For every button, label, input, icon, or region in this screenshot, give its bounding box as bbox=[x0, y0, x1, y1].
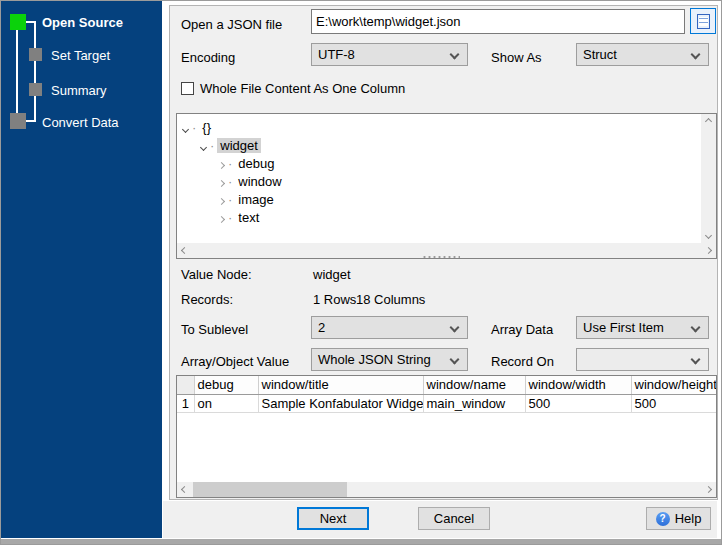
expander-collapsed-icon[interactable] bbox=[215, 174, 227, 189]
scroll-right-icon[interactable] bbox=[701, 482, 716, 497]
cancel-button[interactable]: Cancel bbox=[418, 507, 490, 530]
step-marker-convert-data bbox=[10, 113, 26, 129]
grid-row-number: 1 bbox=[177, 394, 194, 412]
array-object-value-label: Array/Object Value bbox=[181, 354, 289, 369]
value-node-label: Value Node: bbox=[181, 267, 252, 282]
record-on-label: Record On bbox=[491, 354, 554, 369]
step-connector-line bbox=[25, 120, 36, 122]
chevron-down-icon bbox=[691, 50, 701, 60]
grid-column-header[interactable]: window/title bbox=[258, 376, 423, 394]
step-marker-open-source bbox=[10, 14, 26, 30]
scroll-left-icon[interactable] bbox=[177, 482, 192, 497]
record-on-select[interactable] bbox=[576, 348, 709, 371]
tree-item-image[interactable]: image bbox=[177, 190, 700, 208]
tree-item-window[interactable]: window bbox=[177, 172, 700, 190]
show-as-label: Show As bbox=[491, 50, 542, 65]
array-object-value: Whole JSON String bbox=[318, 352, 431, 367]
dialog-button-bar: Next Cancel ? Help bbox=[163, 501, 717, 538]
array-data-value: Use First Item bbox=[583, 320, 664, 335]
step-marker-summary bbox=[29, 83, 42, 96]
grid-column-header[interactable]: window/width bbox=[525, 376, 631, 394]
grid-cell[interactable]: on bbox=[194, 394, 258, 412]
show-as-select[interactable]: Struct bbox=[576, 43, 709, 66]
tree-item-label: text bbox=[235, 210, 262, 225]
help-button[interactable]: ? Help bbox=[646, 507, 711, 530]
expander-collapsed-icon[interactable] bbox=[215, 156, 227, 171]
splitter-handle[interactable] bbox=[422, 255, 460, 259]
grid-column-header[interactable]: window/name bbox=[423, 376, 525, 394]
expander-expanded-icon[interactable] bbox=[197, 138, 209, 153]
document-icon bbox=[697, 14, 710, 29]
json-convert-wizard-window: Open Source Set Target Summary Convert D… bbox=[0, 0, 722, 545]
tree-item-label: widget bbox=[217, 138, 261, 153]
preview-grid-panel: debug window/title window/name window/wi… bbox=[176, 375, 717, 498]
array-data-select[interactable]: Use First Item bbox=[576, 316, 709, 339]
array-object-value-select[interactable]: Whole JSON String bbox=[311, 348, 468, 371]
next-button[interactable]: Next bbox=[297, 507, 369, 530]
preview-grid: debug window/title window/name window/wi… bbox=[177, 376, 717, 413]
sidebar-step-summary: Summary bbox=[51, 83, 107, 98]
tree-item-label: image bbox=[235, 192, 276, 207]
sidebar-step-open-source: Open Source bbox=[42, 15, 123, 30]
source-options-panel: Open a JSON file Encoding UTF-8 Show As … bbox=[169, 5, 718, 500]
grid-header-row: debug window/title window/name window/wi… bbox=[177, 376, 716, 394]
tree-item-label: debug bbox=[235, 156, 277, 171]
scroll-up-icon[interactable] bbox=[701, 114, 716, 129]
to-sublevel-value: 2 bbox=[318, 320, 325, 335]
step-connector-line bbox=[25, 21, 36, 23]
chevron-down-icon bbox=[450, 50, 460, 60]
tree-item-widget[interactable]: widget bbox=[177, 136, 700, 154]
grid-column-header[interactable]: window/height bbox=[631, 376, 716, 394]
tree-vertical-scrollbar[interactable] bbox=[701, 114, 716, 243]
encoding-select[interactable]: UTF-8 bbox=[311, 43, 468, 66]
grid-cell[interactable]: main_window bbox=[423, 394, 525, 412]
records-rows-value: 1 Rows bbox=[313, 292, 356, 307]
expander-expanded-icon[interactable] bbox=[179, 120, 191, 135]
tree-item-debug[interactable]: debug bbox=[177, 154, 700, 172]
chevron-down-icon bbox=[450, 323, 460, 333]
tree-item-label: window bbox=[235, 174, 284, 189]
scroll-right-icon[interactable] bbox=[701, 243, 716, 258]
grid-corner-cell bbox=[177, 376, 194, 394]
sidebar-step-set-target: Set Target bbox=[51, 48, 110, 63]
chevron-down-icon bbox=[691, 355, 701, 365]
sidebar-step-convert-data: Convert Data bbox=[42, 115, 119, 130]
step-connector-line bbox=[34, 21, 36, 121]
step-connector-line bbox=[16, 30, 18, 115]
show-as-value: Struct bbox=[583, 47, 617, 62]
value-node-value: widget bbox=[313, 267, 351, 282]
tree-item-root[interactable]: {} bbox=[177, 118, 700, 136]
scroll-left-icon[interactable] bbox=[177, 243, 192, 258]
step-marker-set-target bbox=[29, 48, 42, 61]
json-structure-tree: {} widget debug window image text bbox=[176, 113, 717, 259]
to-sublevel-label: To Sublevel bbox=[181, 322, 248, 337]
file-label: Open a JSON file bbox=[181, 17, 282, 32]
records-label: Records: bbox=[181, 292, 233, 307]
window-bottom-edge bbox=[1, 539, 722, 545]
browse-file-button[interactable] bbox=[690, 8, 716, 34]
grid-cell[interactable]: 500 bbox=[525, 394, 631, 412]
records-columns-value: 18 Columns bbox=[356, 292, 425, 307]
array-data-label: Array Data bbox=[491, 322, 553, 337]
grid-data-row[interactable]: 1 on Sample Konfabulator Widget main_win… bbox=[177, 394, 716, 412]
expander-collapsed-icon[interactable] bbox=[215, 210, 227, 225]
scroll-down-icon[interactable] bbox=[701, 228, 716, 243]
encoding-value: UTF-8 bbox=[318, 47, 355, 62]
expander-collapsed-icon[interactable] bbox=[215, 192, 227, 207]
scrollbar-thumb[interactable] bbox=[193, 482, 347, 497]
chevron-down-icon bbox=[450, 355, 460, 365]
whole-file-checkbox-label: Whole File Content As One Column bbox=[200, 81, 405, 96]
wizard-steps-sidebar: Open Source Set Target Summary Convert D… bbox=[1, 1, 162, 538]
grid-column-header[interactable]: debug bbox=[194, 376, 258, 394]
tree-item-text[interactable]: text bbox=[177, 208, 700, 226]
help-button-label: Help bbox=[675, 511, 702, 526]
question-circle-icon: ? bbox=[656, 512, 670, 526]
to-sublevel-select[interactable]: 2 bbox=[311, 316, 468, 339]
file-path-input[interactable] bbox=[311, 9, 685, 34]
grid-horizontal-scrollbar[interactable] bbox=[177, 482, 716, 497]
grid-cell[interactable]: 500 bbox=[631, 394, 716, 412]
whole-file-checkbox[interactable] bbox=[181, 82, 194, 95]
encoding-label: Encoding bbox=[181, 50, 235, 65]
chevron-down-icon bbox=[691, 323, 701, 333]
grid-cell[interactable]: Sample Konfabulator Widget bbox=[258, 394, 423, 412]
